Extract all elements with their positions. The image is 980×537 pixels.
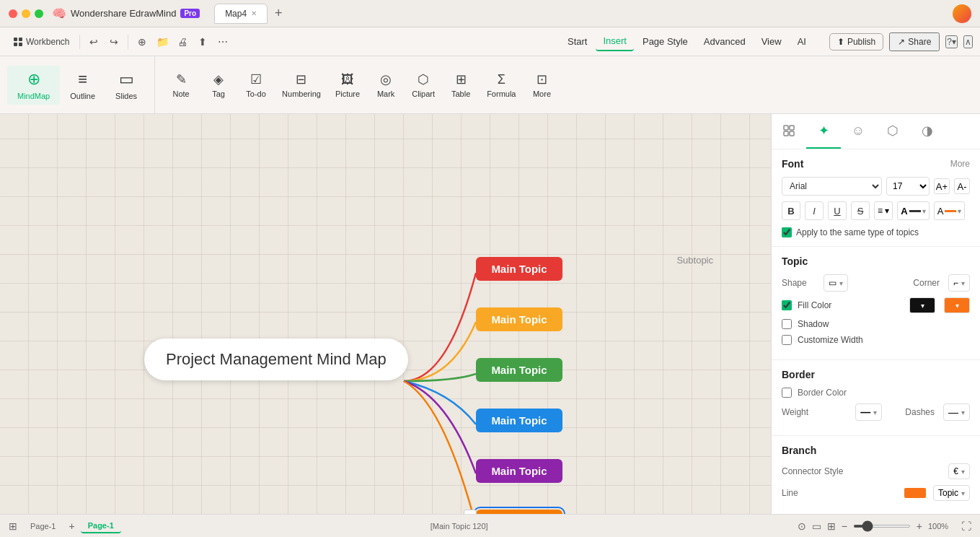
formula-icon: Σ [498,72,506,87]
map-tab[interactable]: Map4 ✕ [214,4,268,24]
fill-color-checkbox[interactable] [782,300,792,310]
zoom-slider[interactable] [853,525,911,528]
clipart-tool-button[interactable]: ⬡ Clipart [406,61,441,110]
workbench-button[interactable]: Workbench [7,34,75,50]
add-tab-button[interactable]: + [270,6,286,22]
more-tools-button[interactable]: ⊡ More [524,61,559,110]
topic-node-4[interactable]: Main Topic [476,409,562,432]
add-button[interactable]: ⊕ [133,32,151,51]
shape-select[interactable]: ▭ ▾ [824,274,848,292]
font-size-decrease-button[interactable]: A- [954,178,970,194]
topic-node-6[interactable]: Main Topic [476,510,562,514]
connector-style-select[interactable]: € ▾ [948,463,970,479]
collapse-ribbon-button[interactable]: ∧ [963,35,973,48]
strikethrough-button[interactable]: S [851,201,870,220]
redo-button[interactable]: ↪ [105,32,123,51]
topic-node-2[interactable]: Main Topic [476,307,562,331]
numbering-tool-button[interactable]: ⊟ Numbering [276,61,327,110]
font-size-increase-button[interactable]: A+ [934,178,950,194]
maximize-window-button[interactable] [35,9,43,18]
single-view-icon[interactable]: ▭ [812,520,821,532]
menu-start[interactable]: Start [560,32,594,51]
topic-node-1[interactable]: Main Topic [476,257,562,281]
text-color-button[interactable]: A ▾ [897,201,929,220]
slides-view-button[interactable]: ▭ Slides [105,66,147,105]
main-area: Project Management Mind Map Main Topic M… [0,114,980,514]
share-button[interactable]: ↗ Share [889,32,940,51]
weight-select[interactable]: — ▾ [855,403,882,421]
align-button[interactable]: ≡ ▾ [874,201,893,220]
todo-tool-button[interactable]: ☑ To-do [239,61,273,110]
corner-select[interactable]: ⌐ ▾ [948,274,970,292]
border-color-checkbox[interactable] [782,388,792,398]
line-color-swatch[interactable] [904,488,926,498]
fullscreen-icon[interactable]: ⛶ [961,520,971,532]
line-select[interactable]: Topic ▾ [933,485,970,501]
menu-insert[interactable]: Insert [596,32,634,51]
folder-button[interactable]: 📁 [153,32,172,51]
outline-view-button[interactable]: ≡ Outline [60,66,105,105]
apply-same-checkbox[interactable] [782,227,792,237]
apply-same-row: Apply to the same type of topics [782,227,970,237]
help-button[interactable]: ?▾ [945,35,958,48]
font-size-select[interactable]: 17 [886,177,930,196]
mark-tool-button[interactable]: ◎ Mark [368,61,403,110]
font-section-header: Font More [782,158,970,170]
publish-button[interactable]: ⬆ Publish [829,33,883,51]
minimize-window-button[interactable] [22,9,30,18]
tag-tool-button[interactable]: ◈ Tag [201,61,236,110]
add-page-button[interactable]: + [69,520,74,532]
formula-tool-button[interactable]: Σ Formula [481,61,521,110]
shape-row: Shape ▭ ▾ Corner ⌐ ▾ [782,274,970,292]
print-button[interactable]: 🖨 [173,32,192,51]
multi-view-icon[interactable]: ⊞ [827,520,836,532]
title-bar: 🧠 Wondershare EdrawMind Pro Map4 ✕ + [0,0,980,27]
font-name-select[interactable]: Arial [782,177,882,196]
topic-node-5[interactable]: Main Topic [476,459,562,483]
zoom-plus-icon[interactable]: + [917,520,922,532]
panel-tab-emoji[interactable]: ☺ [841,114,875,149]
nav-menu: Start Insert Page Style Advanced View AI [560,32,813,51]
menu-page-style[interactable]: Page Style [635,32,695,51]
current-page-tab[interactable]: Page-1 [81,519,121,533]
canvas[interactable]: Project Management Mind Map Main Topic M… [0,114,771,514]
page-tab[interactable]: Page-1 [23,520,63,533]
close-tab-icon[interactable]: ✕ [251,9,257,17]
grid-view-icon[interactable]: ⊞ [9,520,17,532]
central-node[interactable]: Project Management Mind Map [144,339,408,380]
topic-node-3[interactable]: Main Topic [476,358,562,382]
panel-tab-theme[interactable]: ◑ [910,114,945,149]
clipart-icon: ⬡ [418,71,429,87]
slides-icon: ▭ [119,70,134,89]
menu-ai[interactable]: AI [790,32,813,51]
picture-tool-button[interactable]: 🖼 Picture [330,61,366,110]
menu-advanced[interactable]: Advanced [697,32,753,51]
dashes-select[interactable]: — ▾ [943,403,970,421]
table-tool-button[interactable]: ⊞ Table [443,61,478,110]
customize-width-checkbox[interactable] [782,335,792,345]
avatar[interactable] [953,4,971,23]
separator [128,35,128,49]
topic-section-header: Topic [782,256,970,267]
panel-tab-ai[interactable]: ✦ [806,114,841,149]
mindmap-view-button[interactable]: ⊕ MindMap [7,66,60,105]
more-options-button[interactable]: ⋯ [213,32,232,51]
fit-view-icon[interactable]: ⊙ [798,520,806,532]
panel-tab-shape[interactable]: ⬡ [875,114,910,149]
shadow-checkbox[interactable] [782,319,792,329]
fill-color-secondary-button[interactable]: ▾ [944,297,970,313]
zoom-minus-icon[interactable]: − [842,520,847,532]
italic-button[interactable]: I [805,201,824,220]
close-window-button[interactable] [9,9,17,18]
undo-button[interactable]: ↩ [84,32,103,51]
fill-color-primary-button[interactable]: ▾ [909,297,935,313]
bold-button[interactable]: B [782,201,800,220]
panel-tab-style[interactable] [772,114,806,149]
underline-button[interactable]: U [828,201,847,220]
svg-rect-6 [784,131,788,136]
highlight-color-button[interactable]: A ▾ [934,201,966,220]
menu-view[interactable]: View [754,32,789,51]
export-button[interactable]: ⬆ [193,32,212,51]
note-tool-button[interactable]: ✎ Note [164,61,198,110]
expand-button[interactable]: ○ [464,510,477,514]
